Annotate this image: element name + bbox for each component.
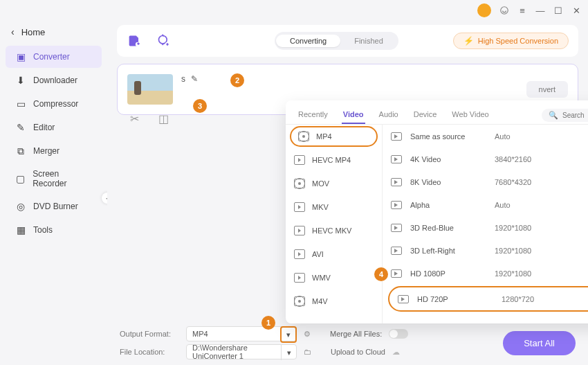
menu-icon[interactable]: ≡: [517, 6, 527, 15]
output-settings-icon[interactable]: ⚙: [304, 330, 311, 339]
format-item-mp4[interactable]: MP4: [290, 126, 378, 147]
screen-recorder-icon: ▢: [15, 173, 26, 184]
convert-button[interactable]: nvert: [526, 81, 568, 98]
high-speed-label: High Speed Conversion: [478, 37, 558, 45]
resolution-item-hd-720p[interactable]: HD 720P1280*720✎: [388, 286, 588, 312]
format-item-hevc-mp4[interactable]: HEVC MP4: [286, 148, 382, 172]
tab-audio[interactable]: Audio: [378, 106, 400, 124]
mov-icon: [294, 179, 305, 188]
resolution-item-8k[interactable]: 8K Video7680*4320✎: [383, 170, 588, 193]
status-segment: Converting Finished: [275, 32, 398, 50]
avatar[interactable]: [477, 3, 491, 17]
mkv-icon: [294, 202, 305, 212]
hevc-mkv-icon: [294, 226, 305, 235]
cloud-icon[interactable]: ☁: [392, 348, 400, 357]
editor-icon: ✎: [15, 122, 26, 133]
search-icon: 🔍: [549, 111, 558, 120]
home-label[interactable]: Home: [21, 27, 46, 37]
start-all-button[interactable]: Start All: [503, 331, 576, 355]
sidebar-item-label: Converter: [33, 52, 70, 62]
trim-icon[interactable]: ✂: [127, 112, 141, 125]
resolution-item-3d-left-right[interactable]: 3D Left-Right1920*1080✎: [383, 239, 588, 262]
add-folder-button[interactable]: [156, 33, 172, 48]
sidebar-item-screen-recorder[interactable]: ▢ Screen Recorder: [6, 163, 102, 194]
dvd-burner-icon: ◎: [15, 201, 26, 212]
sidebar-item-downloader[interactable]: ⬇ Downloader: [6, 69, 102, 91]
high-speed-button[interactable]: ⚡ High Speed Conversion: [453, 33, 569, 49]
hevc-mp4-icon: [294, 155, 305, 165]
video-icon: [391, 224, 402, 232]
sidebar-item-editor[interactable]: ✎ Editor: [6, 116, 102, 139]
sidebar-item-tools[interactable]: ▦ Tools: [6, 219, 102, 241]
tab-video[interactable]: Video: [342, 106, 365, 124]
output-format-label: Output Format:: [120, 330, 179, 338]
sidebar-item-merger[interactable]: ⧉ Merger: [6, 140, 102, 162]
downloader-icon: ⬇: [15, 75, 26, 86]
chevron-down-icon[interactable]: ▾: [281, 345, 296, 360]
merge-label: Merge All Files:: [330, 330, 382, 338]
format-search-input[interactable]: [562, 112, 588, 119]
callout-2: 2: [230, 73, 244, 87]
edit-title-icon[interactable]: ✎: [191, 74, 198, 84]
tab-device[interactable]: Device: [412, 106, 439, 124]
video-icon: [391, 178, 402, 186]
callout-4: 4: [374, 267, 388, 281]
video-thumbnail[interactable]: [127, 74, 173, 105]
merge-toggle[interactable]: [389, 329, 408, 339]
minimize-button[interactable]: —: [535, 6, 545, 15]
output-format-select[interactable]: MP4 ▾: [186, 326, 297, 341]
format-item-hevc-mkv[interactable]: HEVC MKV: [286, 219, 382, 242]
title-bar: ≡ — ☐ ✕: [0, 0, 588, 21]
video-icon: [391, 247, 402, 255]
sidebar-item-label: Compressor: [33, 99, 78, 109]
resolution-list[interactable]: Same as sourceAuto✎ 4K Video3840*2160✎ 8…: [383, 125, 588, 323]
callout-3: 3: [193, 99, 207, 113]
support-icon[interactable]: [499, 6, 509, 15]
sidebar-item-label: Tools: [33, 225, 53, 235]
open-folder-icon[interactable]: 🗀: [304, 348, 311, 356]
resolution-item-hd-1080p[interactable]: HD 1080P1920*1080✎: [383, 262, 588, 285]
sidebar-item-label: Screen Recorder: [33, 169, 92, 188]
sidebar-item-label: Downloader: [33, 75, 77, 85]
resolution-item-4k[interactable]: 4K Video3840*2160✎: [383, 148, 588, 170]
toolbar-card: Converting Finished ⚡ High Speed Convers…: [117, 25, 578, 57]
resolution-item-alpha[interactable]: AlphaAuto✎: [383, 193, 588, 216]
upload-cloud-label: Upload to Cloud: [331, 348, 385, 356]
format-item-wmv[interactable]: WMV: [286, 266, 382, 290]
merger-icon: ⧉: [15, 145, 26, 157]
close-button[interactable]: ✕: [571, 6, 581, 15]
svg-point-2: [159, 36, 167, 44]
resolution-item-3d-red-blue[interactable]: 3D Red-Blue1920*1080✎: [383, 216, 588, 239]
format-item-m4v[interactable]: M4V: [286, 290, 382, 313]
tab-converting[interactable]: Converting: [276, 35, 340, 47]
video-icon: [398, 295, 409, 303]
dropdown-tabs: Recently Video Audio Device Web Video 🔍: [286, 100, 588, 125]
content-area: Converting Finished ⚡ High Speed Convers…: [107, 21, 588, 365]
sidebar-item-dvd-burner[interactable]: ◎ DVD Burner: [6, 195, 102, 217]
tab-finished[interactable]: Finished: [340, 35, 397, 47]
video-icon: [391, 201, 402, 209]
file-location-select[interactable]: D:\Wondershare UniConverter 1 ▾: [186, 344, 297, 359]
format-item-avi[interactable]: AVI: [286, 242, 382, 266]
maximize-button[interactable]: ☐: [553, 6, 563, 15]
tab-web-video[interactable]: Web Video: [450, 106, 490, 124]
sidebar: ‹ Home ▣ Converter ⬇ Downloader ▭ Compre…: [0, 21, 107, 365]
format-item-mov[interactable]: MOV: [286, 172, 382, 195]
svg-point-0: [501, 7, 508, 15]
tab-recently[interactable]: Recently: [297, 106, 329, 124]
format-search[interactable]: 🔍: [542, 109, 588, 122]
chevron-down-icon[interactable]: ▾: [280, 326, 297, 343]
back-icon[interactable]: ‹: [11, 26, 15, 37]
sidebar-item-label: DVD Burner: [33, 202, 78, 211]
format-dropdown-panel: Recently Video Audio Device Web Video 🔍 …: [286, 100, 588, 323]
sidebar-item-converter[interactable]: ▣ Converter: [6, 46, 102, 68]
resolution-item-same-as-source[interactable]: Same as sourceAuto✎: [383, 125, 588, 148]
crop-icon[interactable]: ◫: [156, 112, 170, 125]
add-file-button[interactable]: [127, 33, 143, 48]
format-item-mkv[interactable]: MKV: [286, 195, 382, 219]
sidebar-item-compressor[interactable]: ▭ Compressor: [6, 93, 102, 115]
format-list[interactable]: MP4 HEVC MP4 MOV MKV HEVC MKV AVI WMV M4…: [286, 125, 383, 323]
callout-1: 1: [261, 316, 275, 330]
sidebar-item-label: Merger: [33, 146, 59, 156]
video-icon: [391, 269, 402, 278]
